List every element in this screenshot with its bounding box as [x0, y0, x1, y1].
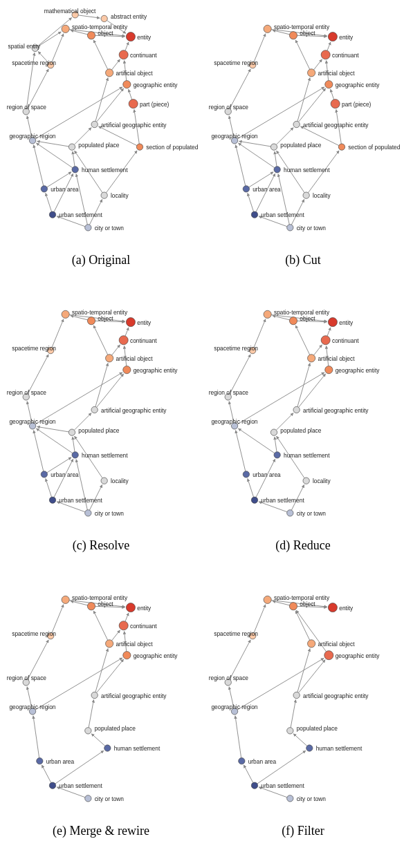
node-georegion: geographic region — [211, 133, 257, 144]
edge-urbanarea-georegion — [33, 716, 39, 758]
label-artificial: artificial object — [116, 70, 153, 77]
node-city: city or town — [287, 510, 327, 517]
node-regionspace: region of space — [7, 104, 47, 115]
label-regionspace: region of space — [7, 674, 47, 681]
label-geoentity: geographic entity — [134, 367, 178, 374]
svg-point-5 — [119, 50, 128, 59]
edge-artificial-continuant — [112, 59, 120, 70]
node-urbanarea: urban area — [239, 758, 277, 765]
label-urbanarea: urban area — [50, 471, 79, 478]
edge-artgeo-geoentity — [97, 374, 124, 407]
svg-point-63 — [293, 406, 300, 413]
label-entity: entity — [339, 34, 354, 41]
edge-regionspace-spacetime — [230, 355, 250, 394]
node-georegion: geographic region — [9, 133, 55, 144]
node-regionspace: region of space — [7, 674, 47, 686]
node-artgeo: artificial geographic entity — [91, 121, 167, 128]
svg-point-49 — [68, 429, 75, 435]
label-artificial: artificial object — [318, 70, 355, 77]
label-object: object — [300, 601, 315, 607]
edge-artificial-object — [295, 326, 309, 355]
label-geoentity: geographic entity — [134, 82, 178, 88]
edge-spacetime-spatio — [254, 34, 266, 62]
edge-continuant-entity — [327, 42, 331, 50]
svg-point-52 — [101, 478, 107, 484]
graph-c: entityspatio-temporal entityobjectcontin… — [4, 285, 198, 534]
label-georegion: geographic region — [211, 133, 257, 140]
edge-humanset-popplace — [275, 437, 277, 452]
node-artgeo: artificial geographic entity — [293, 692, 369, 699]
svg-point-79 — [91, 692, 98, 698]
edge-artificial-object — [93, 611, 107, 640]
edge-humanset-georegion — [238, 143, 274, 168]
row-1: entityabstract entitymathematical object… — [0, 0, 404, 280]
svg-point-58 — [321, 336, 330, 345]
svg-point-61 — [325, 366, 333, 374]
label-humanset: human settlement — [114, 745, 160, 752]
edge-humanset-popplace — [73, 151, 75, 167]
node-city: city or town — [287, 795, 327, 802]
label-part: part (piece) — [140, 101, 169, 108]
edge-urbanset-humanset — [257, 751, 306, 784]
edge-spacetime-spatio — [254, 319, 266, 348]
svg-point-27 — [325, 81, 333, 88]
edge-part-geoentity — [331, 89, 334, 100]
graph-d: entityspatio-temporal entityobjectcontin… — [206, 285, 400, 534]
label-urbanset: urban settlement — [261, 211, 304, 218]
label-urbanset: urban settlement — [261, 782, 304, 789]
edge-continuant-entity — [125, 328, 129, 336]
label-entity: entity — [137, 605, 152, 612]
svg-point-16 — [72, 167, 78, 173]
label-geoentity: geographic entity — [336, 367, 380, 374]
node-urbanarea: urban area — [41, 186, 79, 193]
svg-point-66 — [274, 452, 280, 458]
row-2: entityspatio-temporal entityobjectcontin… — [0, 285, 404, 565]
label-urbanarea: urban area — [46, 758, 75, 765]
label-humanset: human settlement — [82, 452, 128, 459]
label-object: object — [300, 315, 315, 322]
edge-artgeo-geoentity — [299, 88, 326, 122]
svg-point-74 — [119, 621, 128, 630]
label-humanset: human settlement — [82, 167, 128, 173]
svg-point-21 — [328, 32, 337, 41]
svg-point-55 — [328, 318, 337, 327]
label-urbanarea: urban area — [252, 186, 281, 193]
label-object: object — [98, 601, 113, 607]
svg-point-77 — [123, 652, 131, 659]
graph-f: entityspatio-temporal entityobjectspacet… — [206, 571, 400, 820]
label-popplace: populated place — [280, 142, 321, 149]
svg-point-15 — [136, 144, 143, 150]
label-regionspace: region of space — [209, 674, 249, 681]
edge-regionspace-spacetime — [230, 640, 250, 679]
panel-d: entityspatio-temporal entityobjectcontin… — [206, 285, 400, 565]
label-geoentity: geographic entity — [336, 82, 380, 88]
label-continuant: continuant — [332, 52, 359, 59]
node-object: object — [87, 30, 113, 39]
svg-point-34 — [274, 167, 280, 173]
svg-point-38 — [287, 225, 293, 231]
node-urbanset: urban settlement — [251, 211, 304, 218]
svg-point-9 — [123, 81, 131, 88]
svg-point-67 — [243, 471, 249, 478]
svg-point-99 — [287, 795, 293, 802]
svg-point-50 — [72, 452, 78, 458]
node-georegion: geographic region — [211, 704, 257, 715]
edge-urbanset-urbanarea — [42, 765, 50, 783]
node-artificial: artificial object — [308, 355, 356, 362]
node-entity: entity — [126, 32, 152, 41]
label-continuant: continuant — [130, 52, 157, 59]
svg-point-54 — [85, 510, 91, 516]
label-urbanset: urban settlement — [59, 497, 102, 504]
svg-point-14 — [68, 144, 75, 150]
node-locality: locality — [303, 192, 331, 199]
edge-mathobj-abstract — [78, 15, 100, 18]
label-part: part (piece) — [342, 101, 371, 108]
label-artgeo: artificial geographic entity — [101, 692, 167, 699]
svg-point-71 — [126, 603, 135, 612]
node-artgeo: artificial geographic entity — [293, 121, 369, 128]
panel-b: entityspatio-temporal entityobjectcontin… — [206, 0, 400, 280]
node-part: part (piece) — [331, 100, 371, 108]
edge-artificial-continuant — [112, 345, 120, 355]
edge-urbanset-urbanarea — [248, 479, 254, 498]
svg-point-65 — [270, 429, 277, 435]
